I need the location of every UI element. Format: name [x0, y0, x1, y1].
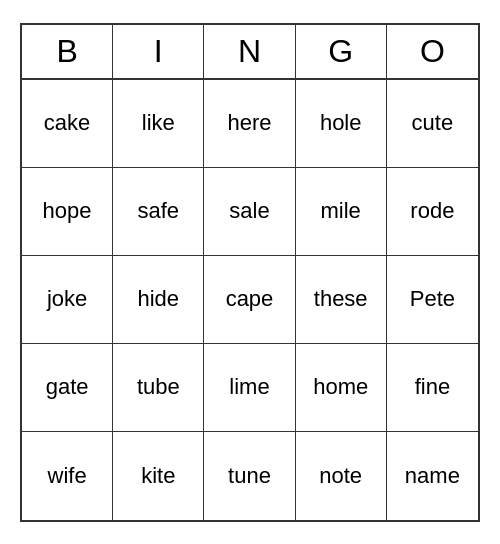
bingo-header: BINGO — [22, 25, 478, 80]
cell-r2-c0: joke — [22, 256, 113, 344]
header-letter: I — [113, 25, 204, 78]
cell-r0-c3: hole — [296, 80, 387, 168]
cell-r0-c2: here — [204, 80, 295, 168]
bingo-body: cakelikehereholecutehopesafesalemilerode… — [22, 80, 478, 520]
cell-r1-c3: mile — [296, 168, 387, 256]
cell-r2-c1: hide — [113, 256, 204, 344]
cell-r3-c2: lime — [204, 344, 295, 432]
cell-r2-c4: Pete — [387, 256, 478, 344]
cell-r1-c0: hope — [22, 168, 113, 256]
header-letter: O — [387, 25, 478, 78]
cell-r4-c3: note — [296, 432, 387, 520]
cell-r1-c2: sale — [204, 168, 295, 256]
cell-r4-c0: wife — [22, 432, 113, 520]
header-letter: G — [296, 25, 387, 78]
cell-r3-c4: fine — [387, 344, 478, 432]
cell-r0-c0: cake — [22, 80, 113, 168]
header-letter: B — [22, 25, 113, 78]
cell-r4-c4: name — [387, 432, 478, 520]
cell-r3-c1: tube — [113, 344, 204, 432]
cell-r4-c1: kite — [113, 432, 204, 520]
bingo-card: BINGO cakelikehereholecutehopesafesalemi… — [20, 23, 480, 522]
cell-r2-c3: these — [296, 256, 387, 344]
cell-r0-c1: like — [113, 80, 204, 168]
cell-r4-c2: tune — [204, 432, 295, 520]
cell-r2-c2: cape — [204, 256, 295, 344]
header-letter: N — [204, 25, 295, 78]
cell-r0-c4: cute — [387, 80, 478, 168]
cell-r3-c3: home — [296, 344, 387, 432]
cell-r3-c0: gate — [22, 344, 113, 432]
cell-r1-c4: rode — [387, 168, 478, 256]
cell-r1-c1: safe — [113, 168, 204, 256]
